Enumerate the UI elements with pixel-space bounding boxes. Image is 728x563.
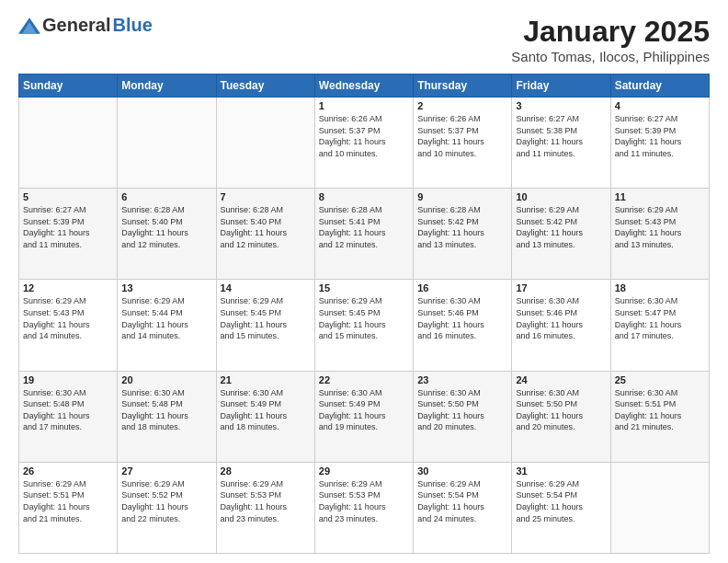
day-info: Sunrise: 6:29 AMSunset: 5:54 PMDaylight:…: [516, 478, 606, 524]
day-number: 12: [23, 282, 113, 293]
day-number: 10: [516, 191, 606, 202]
day-info: Sunrise: 6:28 AMSunset: 5:42 PMDaylight:…: [417, 204, 507, 250]
calendar-cell: [19, 98, 118, 189]
calendar-cell: 24Sunrise: 6:30 AMSunset: 5:50 PMDayligh…: [512, 371, 610, 462]
logo-blue: Blue: [112, 15, 152, 36]
day-info: Sunrise: 6:29 AMSunset: 5:52 PMDaylight:…: [121, 478, 211, 524]
day-info: Sunrise: 6:29 AMSunset: 5:42 PMDaylight:…: [516, 204, 606, 250]
day-number: 8: [319, 191, 409, 202]
calendar-cell: 8Sunrise: 6:28 AMSunset: 5:41 PMDaylight…: [314, 189, 413, 280]
day-number: 11: [615, 191, 705, 202]
day-number: 3: [516, 100, 606, 111]
day-info: Sunrise: 6:30 AMSunset: 5:51 PMDaylight:…: [615, 387, 705, 433]
day-number: 18: [615, 282, 705, 293]
day-number: 31: [516, 465, 606, 477]
day-number: 19: [23, 374, 113, 385]
calendar-cell: 27Sunrise: 6:29 AMSunset: 5:52 PMDayligh…: [118, 462, 216, 553]
day-info: Sunrise: 6:29 AMSunset: 5:45 PMDaylight:…: [221, 295, 311, 341]
day-number: 22: [319, 374, 409, 385]
calendar-cell: 13Sunrise: 6:29 AMSunset: 5:44 PMDayligh…: [118, 280, 216, 371]
logo: GeneralBlue: [18, 15, 153, 36]
day-number: 1: [319, 100, 409, 111]
header: GeneralBlue January 2025 Santo Tomas, Il…: [18, 15, 710, 64]
day-info: Sunrise: 6:30 AMSunset: 5:49 PMDaylight:…: [319, 387, 409, 433]
week-row-3: 12Sunrise: 6:29 AMSunset: 5:43 PMDayligh…: [19, 280, 710, 371]
day-info: Sunrise: 6:29 AMSunset: 5:43 PMDaylight:…: [23, 295, 113, 341]
weekday-header-thursday: Thursday: [414, 75, 512, 98]
day-info: Sunrise: 6:30 AMSunset: 5:46 PMDaylight:…: [516, 295, 606, 341]
calendar-cell: 26Sunrise: 6:29 AMSunset: 5:51 PMDayligh…: [19, 462, 118, 553]
calendar-cell: 18Sunrise: 6:30 AMSunset: 5:47 PMDayligh…: [610, 280, 709, 371]
day-info: Sunrise: 6:29 AMSunset: 5:53 PMDaylight:…: [221, 478, 311, 524]
day-number: 17: [516, 282, 606, 293]
day-number: 4: [615, 100, 705, 111]
day-info: Sunrise: 6:30 AMSunset: 5:50 PMDaylight:…: [417, 387, 507, 433]
weekday-header-sunday: Sunday: [19, 75, 118, 98]
calendar-cell: 23Sunrise: 6:30 AMSunset: 5:50 PMDayligh…: [414, 371, 512, 462]
day-info: Sunrise: 6:29 AMSunset: 5:54 PMDaylight:…: [417, 478, 507, 524]
day-info: Sunrise: 6:28 AMSunset: 5:41 PMDaylight:…: [319, 204, 409, 250]
day-info: Sunrise: 6:28 AMSunset: 5:40 PMDaylight:…: [221, 204, 311, 250]
calendar-table: SundayMondayTuesdayWednesdayThursdayFrid…: [18, 74, 710, 554]
day-info: Sunrise: 6:27 AMSunset: 5:39 PMDaylight:…: [23, 204, 113, 250]
day-info: Sunrise: 6:26 AMSunset: 5:37 PMDaylight:…: [417, 113, 507, 159]
day-info: Sunrise: 6:29 AMSunset: 5:51 PMDaylight:…: [23, 478, 113, 524]
day-number: 30: [417, 465, 507, 477]
week-row-1: 1Sunrise: 6:26 AMSunset: 5:37 PMDaylight…: [19, 98, 710, 189]
logo-icon: [18, 17, 40, 34]
day-number: 26: [23, 465, 113, 477]
weekday-header-wednesday: Wednesday: [314, 75, 413, 98]
day-number: 7: [221, 191, 311, 202]
day-info: Sunrise: 6:30 AMSunset: 5:48 PMDaylight:…: [121, 387, 211, 433]
week-row-5: 26Sunrise: 6:29 AMSunset: 5:51 PMDayligh…: [19, 462, 710, 553]
page: GeneralBlue January 2025 Santo Tomas, Il…: [0, 0, 728, 563]
day-number: 23: [417, 374, 507, 385]
day-info: Sunrise: 6:30 AMSunset: 5:49 PMDaylight:…: [221, 387, 311, 433]
day-info: Sunrise: 6:30 AMSunset: 5:50 PMDaylight:…: [516, 387, 606, 433]
day-info: Sunrise: 6:30 AMSunset: 5:46 PMDaylight:…: [417, 295, 507, 341]
day-number: 13: [121, 282, 211, 293]
day-number: 21: [221, 374, 311, 385]
calendar-cell: 14Sunrise: 6:29 AMSunset: 5:45 PMDayligh…: [216, 280, 314, 371]
day-info: Sunrise: 6:27 AMSunset: 5:38 PMDaylight:…: [516, 113, 606, 159]
day-number: 14: [221, 282, 311, 293]
weekday-header-monday: Monday: [118, 75, 216, 98]
calendar-cell: 1Sunrise: 6:26 AMSunset: 5:37 PMDaylight…: [314, 98, 413, 189]
calendar-cell: 11Sunrise: 6:29 AMSunset: 5:43 PMDayligh…: [610, 189, 709, 280]
day-number: 24: [516, 374, 606, 385]
calendar-cell: 15Sunrise: 6:29 AMSunset: 5:45 PMDayligh…: [314, 280, 413, 371]
day-number: 25: [615, 374, 705, 385]
weekday-header-row: SundayMondayTuesdayWednesdayThursdayFrid…: [19, 75, 710, 98]
logo-general: General: [42, 15, 110, 36]
day-info: Sunrise: 6:28 AMSunset: 5:40 PMDaylight:…: [121, 204, 211, 250]
day-number: 6: [121, 191, 211, 202]
calendar-cell: 9Sunrise: 6:28 AMSunset: 5:42 PMDaylight…: [414, 189, 512, 280]
calendar-cell: 16Sunrise: 6:30 AMSunset: 5:46 PMDayligh…: [414, 280, 512, 371]
day-number: 28: [221, 465, 311, 477]
weekday-header-saturday: Saturday: [610, 75, 709, 98]
day-number: 15: [319, 282, 409, 293]
calendar-cell: 6Sunrise: 6:28 AMSunset: 5:40 PMDaylight…: [118, 189, 216, 280]
calendar-cell: 21Sunrise: 6:30 AMSunset: 5:49 PMDayligh…: [216, 371, 314, 462]
day-number: 9: [417, 191, 507, 202]
location-title: Santo Tomas, Ilocos, Philippines: [511, 49, 710, 64]
calendar-cell: 31Sunrise: 6:29 AMSunset: 5:54 PMDayligh…: [512, 462, 610, 553]
calendar-cell: 29Sunrise: 6:29 AMSunset: 5:53 PMDayligh…: [314, 462, 413, 553]
day-info: Sunrise: 6:29 AMSunset: 5:45 PMDaylight:…: [319, 295, 409, 341]
day-info: Sunrise: 6:30 AMSunset: 5:48 PMDaylight:…: [23, 387, 113, 433]
calendar-cell: 30Sunrise: 6:29 AMSunset: 5:54 PMDayligh…: [414, 462, 512, 553]
calendar-cell: [118, 98, 216, 189]
calendar-cell: [216, 98, 314, 189]
calendar-cell: 7Sunrise: 6:28 AMSunset: 5:40 PMDaylight…: [216, 189, 314, 280]
calendar-cell: 19Sunrise: 6:30 AMSunset: 5:48 PMDayligh…: [19, 371, 118, 462]
calendar-cell: 10Sunrise: 6:29 AMSunset: 5:42 PMDayligh…: [512, 189, 610, 280]
day-number: 5: [23, 191, 113, 202]
calendar-cell: 28Sunrise: 6:29 AMSunset: 5:53 PMDayligh…: [216, 462, 314, 553]
calendar-cell: [610, 462, 709, 553]
month-title: January 2025: [511, 15, 710, 49]
calendar-cell: 17Sunrise: 6:30 AMSunset: 5:46 PMDayligh…: [512, 280, 610, 371]
calendar-cell: 2Sunrise: 6:26 AMSunset: 5:37 PMDaylight…: [414, 98, 512, 189]
day-number: 29: [319, 465, 409, 477]
calendar-cell: 25Sunrise: 6:30 AMSunset: 5:51 PMDayligh…: [610, 371, 709, 462]
day-info: Sunrise: 6:29 AMSunset: 5:43 PMDaylight:…: [615, 204, 705, 250]
